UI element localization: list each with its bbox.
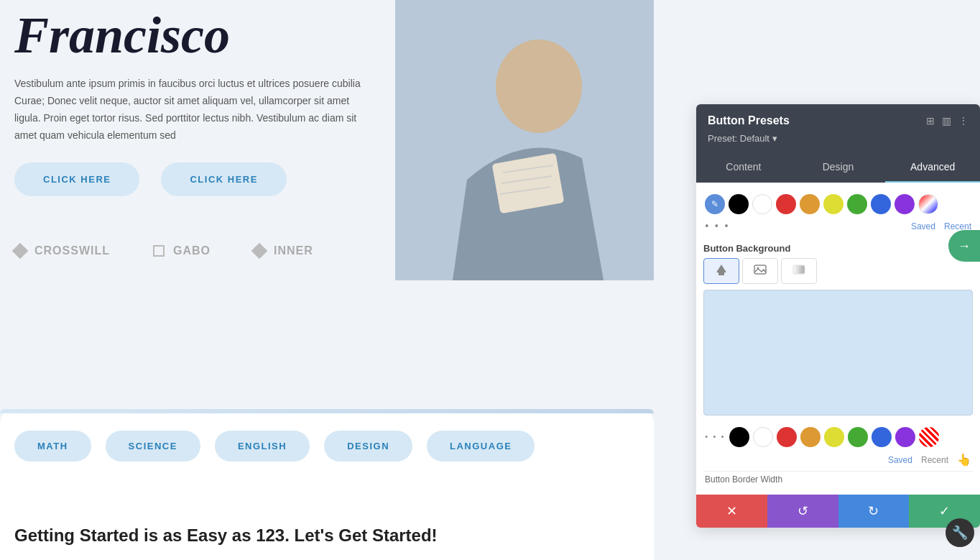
arrow-right-icon: → bbox=[958, 239, 971, 254]
preset-dropdown-arrow[interactable]: ▾ bbox=[772, 133, 777, 144]
cancel-btn[interactable]: ✕ bbox=[696, 495, 767, 528]
tab-advanced[interactable]: Advanced bbox=[885, 152, 980, 183]
panel-header-icons: ⊞ ▥ ⋮ bbox=[926, 115, 969, 127]
edit-color-btn[interactable]: ✎ bbox=[705, 194, 725, 214]
color-striped-bottom[interactable] bbox=[919, 427, 939, 447]
more-icon[interactable]: ⋮ bbox=[958, 115, 969, 127]
tab-content[interactable]: Content bbox=[696, 152, 791, 183]
saved-label-bottom[interactable]: Saved bbox=[888, 455, 912, 465]
logo-gabo-text: GABO bbox=[173, 244, 211, 257]
bottom-section: MATH SCIENCE ENGLISH DESIGN LANGUAGE Get… bbox=[0, 409, 654, 560]
bg-section-label: Button Background bbox=[703, 237, 973, 258]
color-red-top[interactable] bbox=[776, 194, 796, 214]
bg-gradient-btn[interactable] bbox=[781, 258, 817, 284]
button-presets-panel: Button Presets ⊞ ▥ ⋮ Preset: Default ▾ C… bbox=[696, 104, 980, 528]
tags-container: MATH SCIENCE ENGLISH DESIGN LANGUAGE bbox=[0, 413, 654, 479]
saved-recent-bottom-row: Saved Recent 👆 bbox=[703, 451, 973, 471]
color-green-top[interactable] bbox=[847, 194, 867, 214]
tab-design[interactable]: Design bbox=[791, 152, 886, 183]
svg-rect-6 bbox=[718, 272, 724, 275]
panel-title-row: Button Presets ⊞ ▥ ⋮ bbox=[708, 114, 969, 127]
tag-math[interactable]: MATH bbox=[14, 431, 91, 462]
tag-design[interactable]: DESIGN bbox=[324, 431, 412, 462]
color-preview-box bbox=[703, 290, 973, 416]
wrench-icon: 🔧 bbox=[952, 525, 968, 541]
tag-science[interactable]: SCIENCE bbox=[106, 431, 200, 462]
tags-row: MATH SCIENCE ENGLISH DESIGN LANGUAGE bbox=[14, 423, 639, 469]
svg-point-1 bbox=[496, 40, 582, 133]
color-blue-bottom[interactable] bbox=[872, 427, 892, 447]
color-green-bottom[interactable] bbox=[848, 427, 868, 447]
saved-recent-top-row: • • • Saved Recent bbox=[703, 219, 973, 237]
color-blue-top[interactable] bbox=[871, 194, 891, 214]
redo-btn[interactable]: ↻ bbox=[838, 495, 910, 528]
logo-diamond-2 bbox=[251, 243, 268, 260]
tag-english[interactable]: ENGLISH bbox=[215, 431, 310, 462]
getting-started-text: Getting Started is as Easy as 123. Let's… bbox=[14, 525, 438, 546]
logo-crosswill: CROSSWILL bbox=[14, 244, 110, 257]
expand-icon[interactable]: ⊞ bbox=[926, 115, 935, 127]
logo-inner-text: INNER bbox=[274, 244, 313, 257]
gradient-icon bbox=[792, 262, 806, 280]
logo-square-1 bbox=[153, 245, 165, 257]
hero-image-bg bbox=[395, 0, 654, 280]
border-width-label-hint: Button Border Width bbox=[703, 471, 973, 487]
undo-icon: ↺ bbox=[798, 503, 808, 519]
color-purple-bottom[interactable] bbox=[895, 427, 915, 447]
columns-icon[interactable]: ▥ bbox=[942, 115, 951, 127]
color-yellow-bottom[interactable] bbox=[824, 427, 844, 447]
recent-label-bottom[interactable]: Recent bbox=[921, 455, 948, 465]
bg-type-row bbox=[703, 258, 973, 284]
panel-title: Button Presets bbox=[708, 114, 790, 127]
panel-header: Button Presets ⊞ ▥ ⋮ Preset: Default ▾ bbox=[696, 104, 980, 152]
panel-body: ✎ • • • Saved Recent Button Background bbox=[696, 183, 980, 495]
logo-diamond-1 bbox=[12, 243, 29, 260]
color-white-top[interactable] bbox=[752, 194, 772, 214]
color-white-bottom[interactable] bbox=[753, 427, 773, 447]
color-black-top[interactable] bbox=[729, 194, 749, 214]
saved-label-top[interactable]: Saved bbox=[911, 221, 935, 231]
undo-btn[interactable]: ↺ bbox=[767, 495, 838, 528]
logo-crosswill-text: CROSSWILL bbox=[34, 244, 110, 257]
dots-top-btn[interactable]: • • • bbox=[705, 220, 730, 233]
color-yellow-top[interactable] bbox=[823, 194, 843, 214]
image-icon bbox=[753, 262, 767, 280]
preset-label: Preset: Default bbox=[708, 133, 769, 144]
color-purple-top[interactable] bbox=[895, 194, 915, 214]
check-icon: ✓ bbox=[939, 503, 950, 519]
fill-icon bbox=[714, 262, 729, 280]
dots-bottom-btn[interactable]: • • • bbox=[705, 432, 726, 443]
cursor-hand-icon: 👆 bbox=[957, 453, 971, 467]
logo-gabo: GABO bbox=[153, 244, 211, 257]
bg-fill-btn[interactable] bbox=[703, 258, 739, 284]
hero-image-svg bbox=[395, 0, 654, 280]
color-orange-bottom[interactable] bbox=[800, 427, 820, 447]
fab-arrow-btn[interactable]: → bbox=[948, 230, 980, 262]
bg-image-btn[interactable] bbox=[742, 258, 778, 284]
panel-bottom-bar: ✕ ↺ ↻ ✓ bbox=[696, 495, 980, 528]
hero-text: Vestibulum ante ipsum primis in faucibus… bbox=[0, 64, 388, 155]
click-here-button-2[interactable]: CLICK HERE bbox=[161, 162, 286, 196]
svg-rect-9 bbox=[793, 265, 805, 274]
panel-tabs: Content Design Advanced bbox=[696, 152, 980, 183]
main-content: Francisco Vestibulum ante ipsum primis i… bbox=[0, 0, 654, 560]
color-multicolor-top[interactable] bbox=[918, 194, 938, 214]
cancel-icon: ✕ bbox=[726, 503, 737, 519]
top-color-row: ✎ bbox=[703, 190, 973, 219]
click-here-button-1[interactable]: CLICK HERE bbox=[14, 162, 139, 196]
color-orange-top[interactable] bbox=[800, 194, 820, 214]
tag-language[interactable]: LANGUAGE bbox=[427, 431, 535, 462]
logo-inner: INNER bbox=[254, 244, 313, 257]
color-red-bottom[interactable] bbox=[777, 427, 797, 447]
bottom-color-row: • • • bbox=[703, 423, 973, 451]
redo-icon: ↻ bbox=[868, 503, 879, 519]
logos-row: CROSSWILL GABO INNER bbox=[14, 244, 313, 257]
saved-recent-labels-bottom: Saved Recent 👆 bbox=[888, 453, 971, 467]
wrench-settings-btn[interactable]: 🔧 bbox=[946, 518, 974, 547]
edit-pencil-icon: ✎ bbox=[711, 199, 718, 210]
color-black-bottom[interactable] bbox=[729, 427, 749, 447]
preset-row: Preset: Default ▾ bbox=[708, 130, 969, 152]
